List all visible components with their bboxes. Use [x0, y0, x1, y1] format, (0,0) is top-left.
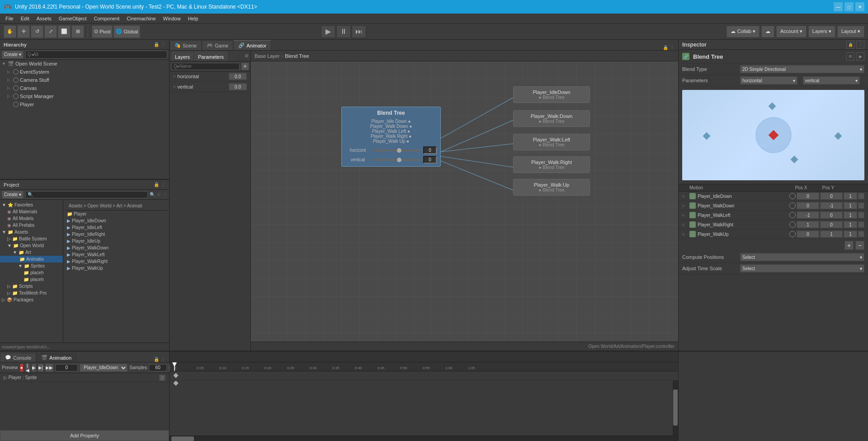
time-input[interactable]	[55, 364, 78, 371]
project-lock-button[interactable]: 🔒	[154, 182, 159, 187]
motion-circle-3[interactable]	[789, 221, 796, 228]
param-h-value[interactable]	[229, 73, 247, 80]
param-x-dropdown[interactable]: horizontal ▾	[740, 76, 797, 84]
motion-val-3[interactable]	[844, 221, 857, 228]
h-scrollbar-thumb[interactable]	[171, 436, 194, 441]
project-textmesh[interactable]: ▷ 📁 TextMesh Pro	[0, 290, 63, 296]
pause-button[interactable]: ⏸	[336, 25, 351, 38]
param-vertical[interactable]: ≡ vertical	[170, 82, 250, 92]
node-walk-up[interactable]: Player_Walk:Up ● Blend Tree	[513, 179, 590, 196]
motion-handle-3[interactable]: ≡	[682, 222, 689, 227]
motion-cb-4[interactable]	[858, 231, 864, 237]
node-idle-down[interactable]: Player_IdleDown ● Blend Tree	[513, 86, 590, 103]
project-options-btn[interactable]: ⋮	[163, 192, 167, 197]
motion-cb-3[interactable]	[858, 221, 864, 228]
play-button[interactable]: ▶	[321, 25, 335, 38]
motion-cb-0[interactable]	[858, 193, 864, 199]
inspector-lock-btn[interactable]: 🔒	[846, 41, 854, 49]
maximize-button[interactable]: □	[844, 2, 854, 11]
file-idleright[interactable]: ▶ Player_IdleRight	[65, 231, 167, 238]
hierarchy-lock-button[interactable]: 🔒	[154, 42, 159, 47]
hierarchy-item-scriptmanager[interactable]: ▷ Script Manager	[0, 92, 169, 100]
menu-edit[interactable]: Edit	[17, 14, 33, 23]
scale-tool[interactable]: ⤢	[44, 25, 57, 38]
keyframe-start-2[interactable]	[173, 380, 178, 385]
hierarchy-item-eventsystem[interactable]: ▷ EventSystem	[0, 68, 169, 76]
node-walk-left[interactable]: Player_Walk:Left ● Blend Tree	[513, 134, 590, 150]
motion-val-4[interactable]	[844, 230, 857, 238]
motion-circle-1[interactable]	[789, 202, 796, 209]
project-battle-system[interactable]: ▷ 📁 Battle System	[0, 235, 63, 242]
blend-dot-left[interactable]	[703, 132, 711, 140]
breadcrumb-blend-tree[interactable]: Blend Tree	[285, 53, 309, 59]
keyframe-start[interactable]	[173, 373, 178, 378]
project-favorites[interactable]: ▼ ⭐ Favorites	[0, 202, 63, 208]
blend-type-dropdown[interactable]: 2D Simple Directional ▾	[740, 65, 864, 73]
timeline-scrollbar-v[interactable]	[673, 380, 678, 436]
bottom-lock-btn[interactable]: 🔒	[154, 357, 159, 362]
pivot-button[interactable]: ⊙ Pivot	[92, 25, 113, 38]
collab-button[interactable]: ☁ Collab ▾	[726, 26, 760, 38]
adjust-time-dropdown[interactable]: Select ▾	[740, 264, 864, 272]
account-button[interactable]: Account ▾	[776, 26, 807, 38]
node-walk-right[interactable]: Player_Walk:Right ● Blend Tree	[513, 156, 590, 173]
file-walkleft[interactable]: ▶ Player_WalkLeft	[65, 251, 167, 258]
samples-input[interactable]	[149, 364, 167, 371]
timeline-ruler[interactable]: 0 0:05 0:10 0:15 0:20 0:25 0:30 0:35 0:4…	[170, 362, 678, 371]
motion-posy-1[interactable]	[820, 202, 843, 209]
tab-console[interactable]: 💬 Console	[0, 353, 36, 362]
motion-posx-2[interactable]	[797, 211, 819, 219]
hierarchy-item-player[interactable]: Player	[0, 100, 169, 108]
layers-button[interactable]: Layers ▾	[808, 26, 835, 38]
play-anim-btn[interactable]: ▶	[32, 364, 36, 372]
record-button[interactable]: ●	[20, 364, 24, 372]
compute-positions-dropdown[interactable]: Select ▾	[740, 253, 864, 261]
motion-circle-2[interactable]	[789, 212, 796, 218]
project-menu-button[interactable]: ⋮	[161, 182, 165, 187]
menu-cinemachine[interactable]: Cinemachine	[123, 14, 159, 23]
motion-handle-4[interactable]: ≡	[682, 232, 689, 237]
rotate-tool[interactable]: ↺	[31, 25, 43, 38]
center-menu-button[interactable]: ⋮	[670, 45, 675, 50]
project-search-input[interactable]	[25, 191, 148, 198]
motion-val-2[interactable]	[844, 211, 857, 219]
project-all-models[interactable]: ◉ All Models	[0, 215, 63, 222]
project-scripts[interactable]: ▷ 📁 Scripts	[0, 283, 63, 290]
tab-game[interactable]: 🎮 Game	[202, 40, 233, 50]
blend-dot-right[interactable]	[834, 132, 842, 140]
inspector-menu-btn[interactable]: ⋮	[856, 41, 864, 49]
hierarchy-scene-item[interactable]: ▼ 🎬 Open World Scene	[0, 60, 169, 68]
blend-tree-settings-btn[interactable]: ⚙	[846, 52, 854, 61]
tab-animator[interactable]: 🔗 Animator	[233, 40, 271, 50]
hierarchy-item-canvas[interactable]: ▷ Canvas	[0, 84, 169, 92]
minimize-button[interactable]: —	[834, 2, 843, 11]
vert-slider[interactable]	[372, 159, 421, 161]
motion-posy-4[interactable]	[820, 230, 843, 238]
file-walkup[interactable]: ▶ Player_WalkUp	[65, 265, 167, 272]
hierarchy-menu-button[interactable]: ⋮	[161, 42, 165, 47]
file-idleup[interactable]: ▶ Player_IdleUp	[65, 238, 167, 244]
hierarchy-item-camera[interactable]: ▷ Camera Stuff	[0, 76, 169, 84]
project-all-prefabs[interactable]: ◉ All Prefabs	[0, 222, 63, 229]
timeline-scrollbar-h[interactable]	[170, 436, 678, 441]
file-walkdown[interactable]: ▶ Player_WalkDown	[65, 244, 167, 251]
param-search-input[interactable]	[171, 63, 240, 70]
motion-posy-2[interactable]	[820, 211, 843, 219]
prev-keyframe-btn[interactable]: |◀	[25, 364, 30, 372]
file-player-folder[interactable]: 📁 Player	[65, 211, 167, 217]
layout-button[interactable]: Layout ▾	[837, 26, 864, 38]
blend-dot-down[interactable]	[790, 156, 798, 164]
center-lock-button[interactable]: 🔒	[663, 45, 668, 50]
motion-handle-1[interactable]: ≡	[682, 203, 689, 208]
menu-help[interactable]: Help	[184, 14, 202, 23]
param-horizontal[interactable]: ≡ horizontal	[170, 71, 250, 82]
step-button[interactable]: ⏭	[352, 25, 366, 38]
project-open-world[interactable]: ▼ 📁 Open World	[0, 242, 63, 249]
motion-handle-2[interactable]: ≡	[682, 213, 689, 218]
hierarchy-search-input[interactable]	[25, 51, 167, 59]
rect-tool[interactable]: ⬜	[58, 25, 71, 38]
global-button[interactable]: 🌐 Global	[113, 25, 140, 38]
motion-cb-1[interactable]	[858, 202, 864, 209]
clip-select[interactable]: Player_IdleDown	[80, 364, 127, 372]
motion-val-1[interactable]	[844, 202, 857, 209]
